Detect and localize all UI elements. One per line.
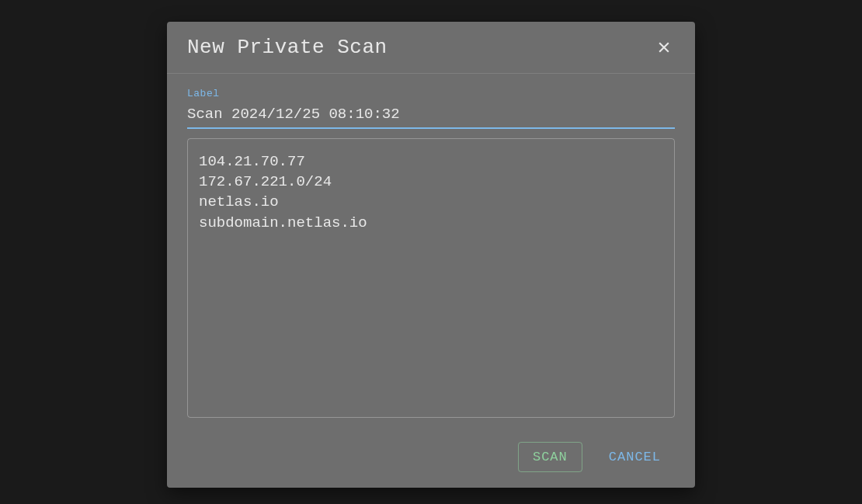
dialog-title: New Private Scan	[187, 36, 388, 59]
dialog-body: Label	[167, 74, 695, 434]
cancel-button[interactable]: CANCEL	[595, 442, 675, 472]
dialog-header: New Private Scan	[167, 22, 695, 74]
label-input[interactable]	[187, 103, 675, 129]
close-icon	[656, 40, 672, 55]
label-field-label: Label	[187, 88, 675, 99]
scan-button[interactable]: SCAN	[518, 442, 582, 472]
close-button[interactable]	[653, 36, 675, 58]
new-scan-dialog: New Private Scan Label SCAN CANCEL	[167, 22, 695, 488]
targets-textarea[interactable]	[187, 138, 675, 418]
dialog-footer: SCAN CANCEL	[167, 434, 695, 488]
label-field-group: Label	[187, 88, 675, 129]
